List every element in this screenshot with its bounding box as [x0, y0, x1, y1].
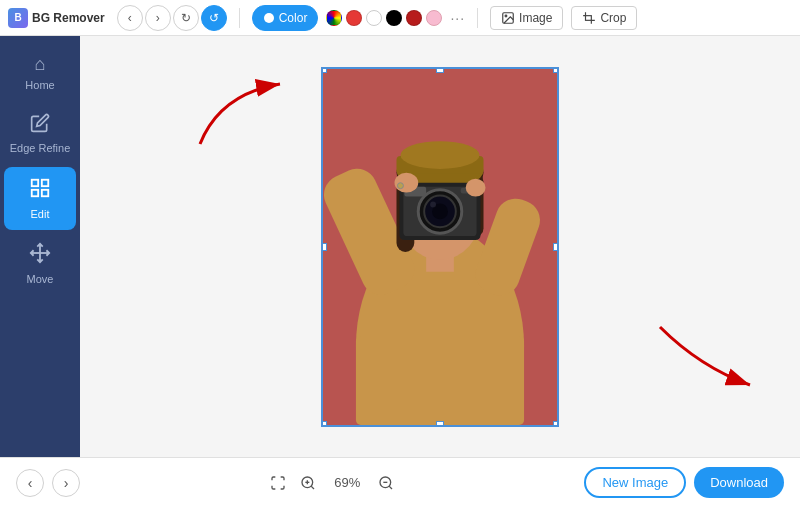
new-image-button[interactable]: New Image	[584, 467, 686, 498]
svg-point-22	[400, 141, 479, 169]
bottom-bar: ‹ › 69% New Image Download	[0, 457, 800, 507]
sidebar-item-edge-refine-label: Edge Refine	[10, 142, 71, 155]
app-title: BG Remover	[32, 11, 105, 25]
red-swatch[interactable]	[346, 10, 362, 26]
sidebar-item-home-label: Home	[25, 79, 54, 91]
sidebar-item-edit-label: Edit	[31, 208, 50, 220]
color-tab-button[interactable]: Color	[252, 5, 319, 31]
move-icon	[29, 242, 51, 269]
color-icon	[263, 12, 275, 24]
app-logo: B BG Remover	[8, 8, 105, 28]
darkred-swatch[interactable]	[406, 10, 422, 26]
color-swatches	[326, 10, 442, 26]
sidebar-item-edit[interactable]: Edit	[4, 167, 76, 230]
zoom-controls: 69%	[267, 472, 397, 494]
handle-bl[interactable]	[321, 421, 327, 427]
svg-rect-5	[42, 180, 48, 186]
download-button[interactable]: Download	[694, 467, 784, 498]
sidebar-item-move-label: Move	[27, 273, 54, 285]
handle-tl[interactable]	[321, 67, 327, 73]
handle-ml[interactable]	[321, 243, 327, 251]
edge-refine-icon	[30, 113, 50, 138]
black-swatch[interactable]	[386, 10, 402, 26]
edit-icon	[29, 177, 51, 204]
sidebar: ⌂ Home Edge Refine Edit	[0, 36, 80, 457]
crop-icon	[582, 11, 596, 25]
svg-point-0	[264, 13, 274, 23]
sidebar-item-edge-refine[interactable]: Edge Refine	[4, 103, 76, 165]
zoom-fit-icon	[270, 475, 286, 491]
canvas-area	[80, 36, 800, 457]
crop-button[interactable]: Crop	[571, 6, 637, 30]
zoom-out-icon	[378, 475, 394, 491]
redo-button[interactable]: ↺	[201, 5, 227, 31]
back-button[interactable]: ‹	[117, 5, 143, 31]
handle-br[interactable]	[553, 421, 559, 427]
pink-swatch[interactable]	[426, 10, 442, 26]
handle-bm[interactable]	[436, 421, 444, 427]
prev-button[interactable]: ‹	[16, 469, 44, 497]
nav-buttons: ‹ › ↻ ↺	[117, 5, 227, 31]
home-icon: ⌂	[35, 54, 46, 75]
svg-rect-3	[586, 15, 592, 20]
handle-tr[interactable]	[553, 67, 559, 73]
gradient-swatch[interactable]	[326, 10, 342, 26]
sidebar-item-move[interactable]: Move	[4, 232, 76, 295]
separator-2	[477, 8, 478, 28]
white-swatch[interactable]	[366, 10, 382, 26]
svg-rect-36	[356, 336, 524, 425]
next-button[interactable]: ›	[52, 469, 80, 497]
zoom-out-button[interactable]	[375, 472, 397, 494]
forward-button[interactable]: ›	[145, 5, 171, 31]
svg-line-43	[389, 486, 392, 489]
svg-point-30	[430, 201, 436, 207]
action-buttons: New Image Download	[584, 467, 784, 498]
bottom-navigation: ‹ ›	[16, 469, 80, 497]
svg-rect-7	[42, 190, 48, 196]
svg-rect-4	[32, 180, 38, 186]
svg-line-39	[311, 486, 314, 489]
arrow-annotation-1	[180, 74, 300, 154]
sidebar-item-home[interactable]: ⌂ Home	[4, 44, 76, 101]
undo-button[interactable]: ↻	[173, 5, 199, 31]
svg-point-35	[397, 182, 403, 188]
svg-rect-6	[32, 190, 38, 196]
main-layout: ⌂ Home Edge Refine Edit	[0, 36, 800, 457]
image-canvas	[321, 67, 559, 427]
person-svg	[323, 69, 557, 425]
image-preview	[321, 67, 559, 427]
zoom-fit-button[interactable]	[267, 472, 289, 494]
svg-point-2	[505, 15, 507, 17]
logo-icon: B	[8, 8, 28, 28]
svg-point-34	[466, 178, 486, 196]
separator-1	[239, 8, 240, 28]
zoom-in-icon	[300, 475, 316, 491]
zoom-level: 69%	[327, 475, 367, 490]
title-bar: B BG Remover ‹ › ↻ ↺ Color ··· Image Cro…	[0, 0, 800, 36]
more-options-button[interactable]: ···	[450, 10, 465, 26]
photo-background	[323, 69, 557, 425]
handle-tm[interactable]	[436, 67, 444, 73]
image-button[interactable]: Image	[490, 6, 563, 30]
image-icon	[501, 11, 515, 25]
zoom-in-button[interactable]	[297, 472, 319, 494]
arrow-annotation-2	[650, 317, 770, 397]
svg-point-33	[395, 172, 419, 192]
handle-mr[interactable]	[553, 243, 559, 251]
